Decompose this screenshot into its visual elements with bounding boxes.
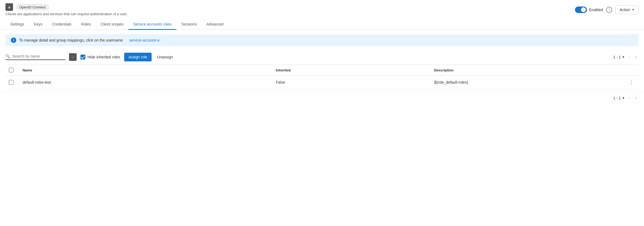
roles-table: Name Inherited Description default-roles… — [5, 65, 639, 89]
page-dropdown-icon-bottom[interactable]: ▼ — [622, 96, 625, 100]
action-button-label: Action — [620, 8, 630, 12]
col-header-check — [5, 65, 19, 76]
prev-page-button-bottom[interactable]: ‹ — [627, 95, 632, 101]
tab-settings[interactable]: Settings — [5, 19, 29, 30]
action-button[interactable]: Action ▼ — [615, 5, 639, 14]
tab-service-accounts-roles[interactable]: Service accounts roles — [128, 19, 176, 30]
tab-client-scopes[interactable]: Client scopes — [96, 19, 128, 30]
toolbar: 🔍 → Hide inherited roles Assign role Una… — [0, 49, 644, 65]
assign-role-button[interactable]: Assign role — [124, 53, 152, 61]
info-text: To manage detail and group mappings, cli… — [19, 38, 123, 42]
search-wrapper: 🔍 — [5, 54, 65, 60]
unassign-button[interactable]: Unassign — [155, 53, 174, 61]
next-page-button-bottom[interactable]: › — [634, 95, 639, 101]
app-icon: a — [5, 3, 13, 11]
page-range-bottom: 1 - 1 — [613, 96, 621, 100]
tab-advanced[interactable]: Advanced — [202, 19, 228, 30]
hide-inherited-label: Hide inherited roles — [87, 55, 120, 59]
row-name-cell: default-roles-test — [19, 76, 273, 89]
chevron-down-icon: ▼ — [632, 8, 634, 11]
col-header-inherited: Inherited — [273, 65, 431, 76]
page-dropdown-icon[interactable]: ▼ — [622, 55, 625, 59]
tabs-bar: Settings Keys Credentials Roles Client s… — [0, 19, 644, 30]
tab-sessions[interactable]: Sessions — [176, 19, 202, 30]
col-header-description: Description — [431, 65, 621, 76]
col-header-actions — [621, 65, 639, 76]
header-checkbox[interactable] — [9, 68, 14, 73]
header-title-row: a OpenID Connect — [5, 3, 128, 11]
search-arrow-button[interactable]: → — [69, 53, 77, 61]
enabled-toggle-wrapper: Enabled — [575, 7, 603, 13]
tab-keys[interactable]: Keys — [29, 19, 47, 30]
header-subtitle: Clients are applications and services th… — [5, 12, 128, 16]
page-info-bottom: 1 - 1 ▼ — [613, 96, 625, 100]
header-left: a OpenID Connect Clients are application… — [5, 3, 128, 16]
search-icon: 🔍 — [5, 54, 10, 58]
next-page-button-top[interactable]: › — [634, 54, 639, 60]
row-actions-cell: ⋮ — [621, 76, 639, 89]
header-right: Enabled ? Action ▼ — [575, 5, 639, 14]
bottom-bar: 1 - 1 ▼ ‹ › — [0, 92, 644, 104]
page-range-top: 1 - 1 — [613, 55, 621, 59]
toggle-track — [575, 7, 587, 13]
enabled-toggle[interactable] — [575, 7, 587, 13]
toggle-label: Enabled — [589, 8, 603, 12]
prev-page-button-top[interactable]: ‹ — [627, 54, 632, 60]
tab-credentials[interactable]: Credentials — [47, 19, 76, 30]
top-pagination: 1 - 1 ▼ ‹ › — [613, 54, 639, 60]
toggle-thumb — [581, 7, 586, 12]
row-description-cell: ${role_default-roles} — [431, 76, 621, 89]
app-badge: OpenID Connect — [16, 4, 49, 10]
table-row: default-roles-test False ${role_default-… — [5, 76, 639, 89]
search-input[interactable] — [12, 54, 56, 58]
table-container: Name Inherited Description default-roles… — [0, 65, 644, 89]
help-icon[interactable]: ? — [606, 7, 612, 13]
info-banner: i To manage detail and group mappings, c… — [5, 34, 639, 46]
row-kebab-button[interactable]: ⋮ — [627, 79, 635, 86]
page-info-top: 1 - 1 ▼ — [613, 55, 625, 59]
hide-inherited-wrapper: Hide inherited roles — [80, 55, 120, 59]
col-header-name: Name — [19, 65, 273, 76]
table-header-row: Name Inherited Description — [5, 65, 639, 76]
page-header: a OpenID Connect Clients are application… — [0, 0, 644, 18]
info-icon: i — [11, 37, 16, 43]
hide-inherited-checkbox[interactable] — [80, 55, 85, 59]
tab-roles[interactable]: Roles — [76, 19, 96, 30]
row-checkbox[interactable] — [9, 80, 14, 85]
service-account-link[interactable]: service-account-a — [129, 38, 160, 42]
row-inherited-cell: False — [273, 76, 431, 89]
row-check-cell — [5, 76, 19, 89]
